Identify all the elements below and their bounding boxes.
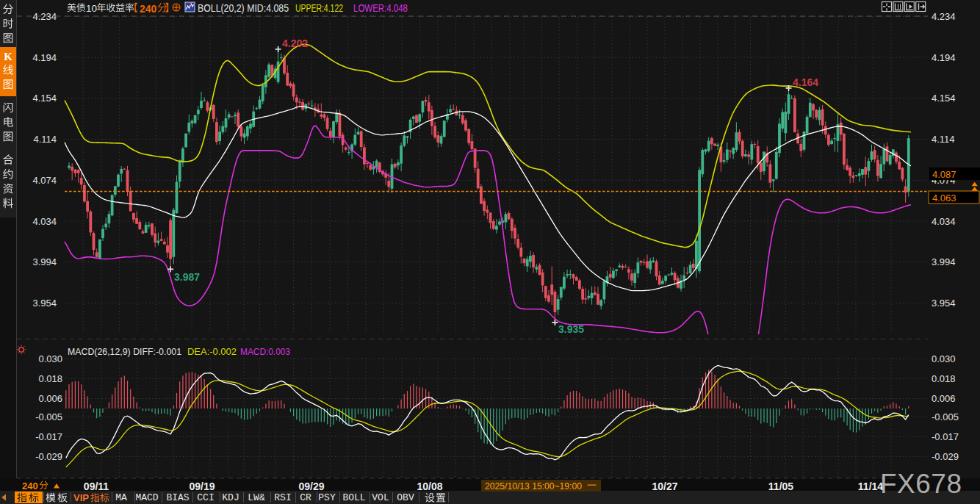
svg-text:-0.017: -0.017 [35, 431, 62, 442]
svg-text:4.034: 4.034 [32, 216, 57, 227]
svg-text:4.194: 4.194 [32, 52, 57, 63]
svg-text:4.114: 4.114 [932, 134, 955, 145]
svg-text:09/19: 09/19 [189, 480, 215, 492]
svg-text:MACD: MACD [135, 492, 158, 503]
svg-text:BOLL(20,2) MID:4.085: BOLL(20,2) MID:4.085 [198, 2, 289, 14]
svg-text:RSI: RSI [274, 492, 291, 503]
svg-text:4.234: 4.234 [932, 11, 956, 22]
svg-text:4.063: 4.063 [932, 192, 956, 204]
svg-text:VIP: VIP [73, 492, 89, 503]
svg-text:MACD(26,12,9) DIFF:-0.001: MACD(26,12,9) DIFF:-0.001 [68, 346, 181, 357]
svg-text:0.006: 0.006 [38, 393, 62, 404]
svg-text:240: 240 [140, 3, 157, 15]
svg-text:10/08: 10/08 [417, 480, 442, 492]
svg-text:3.987: 3.987 [174, 271, 200, 283]
svg-text:3.954: 3.954 [32, 298, 57, 309]
svg-text:4.087: 4.087 [932, 169, 956, 180]
svg-text:2025/10/13 15:00~19:00: 2025/10/13 15:00~19:00 [485, 480, 582, 492]
svg-text:CCI: CCI [197, 492, 214, 503]
svg-text:4.114: 4.114 [33, 134, 57, 145]
svg-text:09/11: 09/11 [84, 480, 109, 492]
svg-text:0.030: 0.030 [932, 353, 956, 364]
svg-text:BIAS: BIAS [166, 492, 189, 503]
svg-text:3.994: 3.994 [32, 256, 57, 267]
svg-text:0.018: 0.018 [38, 373, 62, 384]
svg-text:4.154: 4.154 [32, 93, 57, 104]
svg-text:3.994: 3.994 [932, 256, 956, 267]
svg-text:LW&: LW& [248, 492, 265, 503]
svg-text:4.034: 4.034 [932, 216, 956, 227]
svg-text:MA: MA [115, 492, 127, 503]
svg-text:3.935: 3.935 [558, 323, 584, 335]
svg-text:09/29: 09/29 [298, 480, 324, 492]
svg-text:PSY: PSY [318, 492, 336, 503]
svg-text:OBV: OBV [397, 492, 414, 503]
svg-text:10/27: 10/27 [652, 480, 677, 492]
svg-text:0.030: 0.030 [38, 353, 62, 364]
svg-text:UPPER:4.122: UPPER:4.122 [295, 2, 343, 14]
svg-text:4.074: 4.074 [32, 175, 57, 186]
svg-text:240: 240 [22, 480, 38, 492]
svg-text:FX678: FX678 [880, 469, 962, 499]
svg-text:DEA:-0.002: DEA:-0.002 [187, 346, 237, 357]
svg-text:KDJ: KDJ [222, 492, 239, 503]
svg-text:-0.005: -0.005 [932, 411, 959, 422]
svg-text:BOLL: BOLL [342, 492, 365, 503]
svg-text:-0.029: -0.029 [35, 451, 62, 462]
svg-text:-0.029: -0.029 [932, 451, 959, 462]
svg-text:CR: CR [300, 492, 311, 503]
svg-text:11/05: 11/05 [768, 480, 793, 492]
svg-text:3.954: 3.954 [932, 298, 956, 309]
svg-text:-0.017: -0.017 [932, 431, 959, 442]
svg-text:K: K [4, 51, 12, 62]
svg-text:MACD:0.003: MACD:0.003 [240, 346, 290, 357]
svg-text:VOL: VOL [372, 492, 389, 503]
svg-text:-0.005: -0.005 [35, 411, 62, 422]
svg-text:LOWER:4.048: LOWER:4.048 [353, 2, 408, 14]
svg-text:10: 10 [86, 3, 97, 14]
svg-text:4.234: 4.234 [32, 11, 57, 22]
svg-text:4.164: 4.164 [793, 76, 818, 88]
svg-text:4.202: 4.202 [282, 37, 308, 49]
svg-text:0.018: 0.018 [932, 373, 956, 384]
svg-text:4.154: 4.154 [932, 93, 956, 104]
svg-text:0.006: 0.006 [932, 393, 956, 404]
svg-text:4.194: 4.194 [932, 52, 956, 63]
